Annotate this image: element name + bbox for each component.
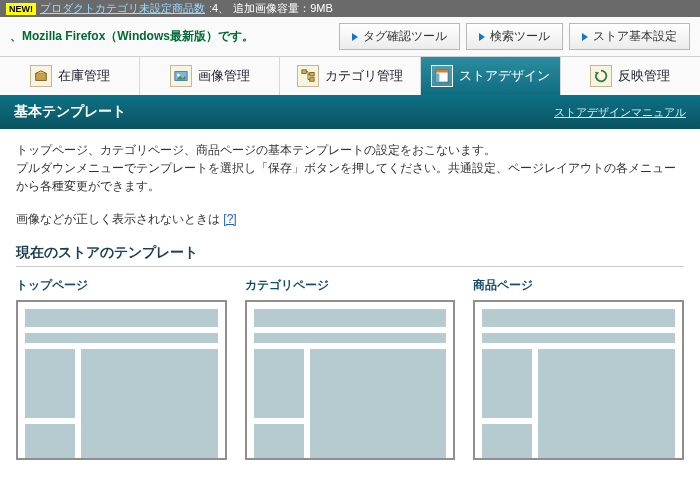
svg-rect-8 <box>436 73 440 82</box>
layout-icon <box>431 65 453 87</box>
svg-rect-4 <box>310 73 314 77</box>
preview-category: カテゴリページ <box>245 277 456 460</box>
svg-rect-5 <box>310 78 314 82</box>
current-template-title: 現在のストアのテンプレート <box>16 244 684 267</box>
content-area: トップページ、カテゴリページ、商品ページの基本テンプレートの設定をおこないます。… <box>0 129 700 460</box>
tab-store-design[interactable]: ストアデザイン <box>421 57 561 95</box>
help-link[interactable]: [?] <box>223 212 236 226</box>
tool-buttons: タグ確認ツール 検索ツール ストア基本設定 <box>339 23 690 50</box>
preview-product-label: 商品ページ <box>473 277 684 294</box>
tab-inventory-label: 在庫管理 <box>58 67 110 85</box>
main-tabs: 在庫管理 画像管理 カテゴリ管理 ストアデザイン 反映管理 <box>0 56 700 95</box>
tab-store-design-label: ストアデザイン <box>459 67 550 85</box>
search-tool-label: 検索ツール <box>490 28 550 45</box>
tab-publish-label: 反映管理 <box>618 67 670 85</box>
search-tool-button[interactable]: 検索ツール <box>466 23 563 50</box>
box-icon <box>30 65 52 87</box>
uncat-products-count: :4、 <box>209 1 229 16</box>
tag-check-tool-button[interactable]: タグ確認ツール <box>339 23 460 50</box>
svg-rect-3 <box>302 70 306 74</box>
tab-images-label: 画像管理 <box>198 67 250 85</box>
toolbar-row: 、Mozilla Firefox（Windows最新版）です。 タグ確認ツール … <box>0 17 700 56</box>
svg-rect-7 <box>436 70 448 73</box>
image-icon <box>170 65 192 87</box>
uncat-products-link[interactable]: プロダクトカテゴリ未設定商品数 <box>40 1 205 16</box>
description-text: トップページ、カテゴリページ、商品ページの基本テンプレートの設定をおこないます。… <box>16 141 684 195</box>
store-settings-button[interactable]: ストア基本設定 <box>569 23 690 50</box>
new-badge: NEW! <box>6 3 36 15</box>
design-manual-link[interactable]: ストアデザインマニュアル <box>554 105 686 120</box>
browser-note: 、Mozilla Firefox（Windows最新版）です。 <box>10 28 254 45</box>
triangle-icon <box>479 33 485 41</box>
tab-categories[interactable]: カテゴリ管理 <box>280 57 420 95</box>
preview-top-box[interactable] <box>16 300 227 460</box>
store-settings-label: ストア基本設定 <box>593 28 677 45</box>
subheader-bar: 基本テンプレート ストアデザインマニュアル <box>0 95 700 129</box>
tab-inventory[interactable]: 在庫管理 <box>0 57 140 95</box>
help-prefix: 画像などが正しく表示されないときは <box>16 212 223 226</box>
tab-images[interactable]: 画像管理 <box>140 57 280 95</box>
page-title: 基本テンプレート <box>14 103 126 121</box>
triangle-icon <box>582 33 588 41</box>
tab-categories-label: カテゴリ管理 <box>325 67 403 85</box>
preview-category-box[interactable] <box>245 300 456 460</box>
svg-point-2 <box>177 74 180 77</box>
tree-icon <box>297 65 319 87</box>
preview-product-box[interactable] <box>473 300 684 460</box>
tag-check-tool-label: タグ確認ツール <box>363 28 447 45</box>
extra-quota: 追加画像容量：9MB <box>233 1 333 16</box>
svg-rect-0 <box>35 73 46 80</box>
template-preview-row: トップページ カテゴリページ 商品ページ <box>16 277 684 460</box>
preview-top-label: トップページ <box>16 277 227 294</box>
refresh-icon <box>590 65 612 87</box>
top-status-bar: NEW! プロダクトカテゴリ未設定商品数 :4、 追加画像容量：9MB <box>0 0 700 17</box>
preview-product: 商品ページ <box>473 277 684 460</box>
preview-category-label: カテゴリページ <box>245 277 456 294</box>
preview-top: トップページ <box>16 277 227 460</box>
help-line: 画像などが正しく表示されないときは [?] <box>16 211 684 228</box>
triangle-icon <box>352 33 358 41</box>
tab-publish[interactable]: 反映管理 <box>561 57 700 95</box>
